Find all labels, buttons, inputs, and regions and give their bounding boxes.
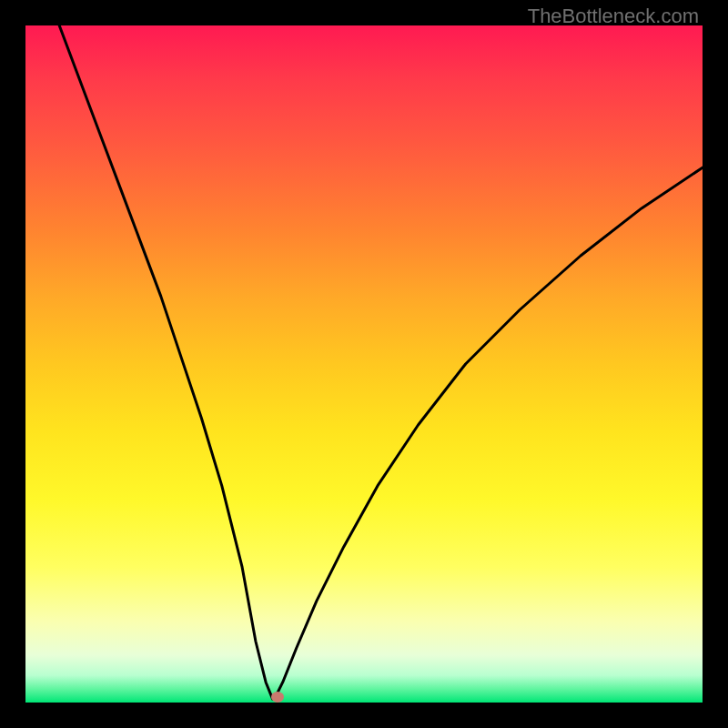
plot-area bbox=[25, 25, 703, 703]
chart-frame: TheBottleneck.com bbox=[0, 0, 728, 728]
minimum-marker bbox=[271, 692, 284, 703]
bottleneck-curve bbox=[25, 25, 703, 703]
